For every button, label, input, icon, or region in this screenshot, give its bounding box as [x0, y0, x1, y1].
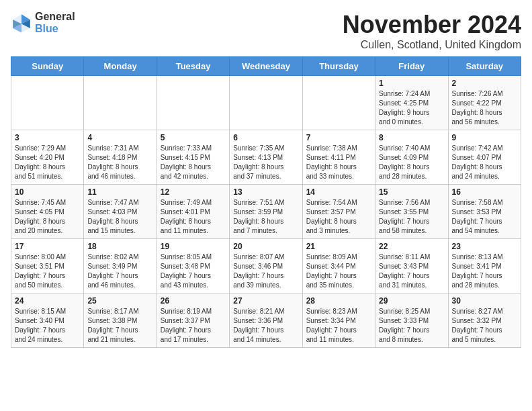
- day-info: Sunrise: 7:49 AM Sunset: 4:01 PM Dayligh…: [161, 198, 226, 236]
- day-number: 22: [379, 242, 444, 251]
- day-info: Sunrise: 7:29 AM Sunset: 4:20 PM Dayligh…: [15, 144, 80, 181]
- day-info: Sunrise: 7:58 AM Sunset: 3:53 PM Dayligh…: [452, 198, 517, 236]
- calendar-cell: 7Sunrise: 7:38 AM Sunset: 4:11 PM Daylig…: [302, 130, 375, 185]
- day-number: 27: [233, 296, 298, 306]
- calendar-table: SundayMondayTuesdayWednesdayThursdayFrid…: [11, 56, 521, 348]
- calendar-cell: 21Sunrise: 8:09 AM Sunset: 3:44 PM Dayli…: [302, 239, 375, 293]
- day-number: 21: [306, 242, 371, 251]
- day-info: Sunrise: 8:19 AM Sunset: 3:37 PM Dayligh…: [161, 307, 226, 345]
- calendar-cell: 23Sunrise: 8:13 AM Sunset: 3:41 PM Dayli…: [448, 239, 521, 293]
- day-info: Sunrise: 8:11 AM Sunset: 3:43 PM Dayligh…: [379, 253, 444, 290]
- day-number: 10: [15, 187, 80, 197]
- weekday-header-tuesday: Tuesday: [157, 57, 229, 76]
- day-number: 7: [306, 133, 371, 142]
- day-number: 9: [452, 133, 517, 142]
- day-info: Sunrise: 8:21 AM Sunset: 3:36 PM Dayligh…: [233, 307, 298, 345]
- calendar-week-4: 17Sunrise: 8:00 AM Sunset: 3:51 PM Dayli…: [11, 239, 521, 293]
- calendar-cell: 18Sunrise: 8:02 AM Sunset: 3:49 PM Dayli…: [84, 239, 157, 293]
- day-info: Sunrise: 8:15 AM Sunset: 3:40 PM Dayligh…: [15, 307, 80, 345]
- day-number: 8: [379, 133, 444, 142]
- day-number: 6: [233, 133, 298, 142]
- day-number: 3: [15, 133, 80, 142]
- calendar-body: 1Sunrise: 7:24 AM Sunset: 4:25 PM Daylig…: [11, 76, 521, 348]
- calendar-cell: 8Sunrise: 7:40 AM Sunset: 4:09 PM Daylig…: [375, 130, 448, 185]
- calendar-cell: 24Sunrise: 8:15 AM Sunset: 3:40 PM Dayli…: [11, 293, 84, 348]
- calendar-header: SundayMondayTuesdayWednesdayThursdayFrid…: [11, 57, 521, 76]
- day-number: 15: [379, 187, 444, 197]
- day-info: Sunrise: 8:25 AM Sunset: 3:33 PM Dayligh…: [379, 307, 444, 345]
- day-number: 1: [379, 79, 444, 88]
- calendar-cell: 13Sunrise: 7:51 AM Sunset: 3:59 PM Dayli…: [230, 185, 302, 239]
- day-number: 12: [161, 187, 226, 197]
- day-number: 17: [15, 242, 80, 251]
- calendar-cell: 16Sunrise: 7:58 AM Sunset: 3:53 PM Dayli…: [448, 185, 521, 239]
- day-info: Sunrise: 7:47 AM Sunset: 4:03 PM Dayligh…: [87, 198, 152, 236]
- calendar-cell: 1Sunrise: 7:24 AM Sunset: 4:25 PM Daylig…: [375, 76, 448, 130]
- calendar-cell: 25Sunrise: 8:17 AM Sunset: 3:38 PM Dayli…: [84, 293, 157, 348]
- calendar-cell: [302, 76, 375, 130]
- location-text: Cullen, Scotland, United Kingdom: [343, 39, 521, 51]
- day-number: 2: [452, 79, 517, 88]
- weekday-header-monday: Monday: [84, 57, 157, 76]
- day-info: Sunrise: 8:23 AM Sunset: 3:34 PM Dayligh…: [306, 307, 371, 345]
- day-info: Sunrise: 8:05 AM Sunset: 3:48 PM Dayligh…: [161, 253, 226, 290]
- day-number: 11: [87, 187, 152, 197]
- weekday-header-thursday: Thursday: [302, 57, 375, 76]
- calendar-cell: 4Sunrise: 7:31 AM Sunset: 4:18 PM Daylig…: [84, 130, 157, 185]
- day-info: Sunrise: 7:26 AM Sunset: 4:22 PM Dayligh…: [452, 89, 517, 127]
- day-info: Sunrise: 8:00 AM Sunset: 3:51 PM Dayligh…: [15, 253, 80, 290]
- calendar-cell: 20Sunrise: 8:07 AM Sunset: 3:46 PM Dayli…: [230, 239, 302, 293]
- day-info: Sunrise: 8:27 AM Sunset: 3:32 PM Dayligh…: [452, 307, 517, 345]
- calendar-cell: 9Sunrise: 7:42 AM Sunset: 4:07 PM Daylig…: [448, 130, 521, 185]
- day-number: 14: [306, 187, 371, 197]
- calendar-cell: 6Sunrise: 7:35 AM Sunset: 4:13 PM Daylig…: [230, 130, 302, 185]
- weekday-header-sunday: Sunday: [11, 57, 84, 76]
- logo: General Blue: [11, 11, 75, 34]
- day-number: 16: [452, 187, 517, 197]
- logo-text: General Blue: [35, 11, 75, 34]
- calendar-cell: [157, 76, 229, 130]
- calendar-week-3: 10Sunrise: 7:45 AM Sunset: 4:05 PM Dayli…: [11, 185, 521, 239]
- calendar-cell: 22Sunrise: 8:11 AM Sunset: 3:43 PM Dayli…: [375, 239, 448, 293]
- day-number: 29: [379, 296, 444, 306]
- calendar-cell: 5Sunrise: 7:33 AM Sunset: 4:15 PM Daylig…: [157, 130, 229, 185]
- day-info: Sunrise: 7:38 AM Sunset: 4:11 PM Dayligh…: [306, 144, 371, 181]
- day-info: Sunrise: 8:02 AM Sunset: 3:49 PM Dayligh…: [87, 253, 152, 290]
- weekday-header-row: SundayMondayTuesdayWednesdayThursdayFrid…: [11, 57, 521, 76]
- day-info: Sunrise: 8:13 AM Sunset: 3:41 PM Dayligh…: [452, 253, 517, 290]
- day-info: Sunrise: 7:33 AM Sunset: 4:15 PM Dayligh…: [161, 144, 226, 181]
- day-info: Sunrise: 7:35 AM Sunset: 4:13 PM Dayligh…: [233, 144, 298, 181]
- calendar-cell: 26Sunrise: 8:19 AM Sunset: 3:37 PM Dayli…: [157, 293, 229, 348]
- day-number: 5: [161, 133, 226, 142]
- calendar-cell: [11, 76, 84, 130]
- month-title: November 2024: [343, 11, 521, 39]
- weekday-header-friday: Friday: [375, 57, 448, 76]
- title-block: November 2024 Cullen, Scotland, United K…: [343, 11, 521, 51]
- calendar-cell: 15Sunrise: 7:56 AM Sunset: 3:55 PM Dayli…: [375, 185, 448, 239]
- day-number: 28: [306, 296, 371, 306]
- day-info: Sunrise: 7:45 AM Sunset: 4:05 PM Dayligh…: [15, 198, 80, 236]
- calendar-cell: 27Sunrise: 8:21 AM Sunset: 3:36 PM Dayli…: [230, 293, 302, 348]
- day-info: Sunrise: 7:54 AM Sunset: 3:57 PM Dayligh…: [306, 198, 371, 236]
- day-info: Sunrise: 7:31 AM Sunset: 4:18 PM Dayligh…: [87, 144, 152, 181]
- day-number: 26: [161, 296, 226, 306]
- calendar-cell: [230, 76, 302, 130]
- page-header: General Blue November 2024 Cullen, Scotl…: [11, 11, 521, 51]
- calendar-week-2: 3Sunrise: 7:29 AM Sunset: 4:20 PM Daylig…: [11, 130, 521, 185]
- logo-icon: [11, 12, 32, 34]
- day-number: 20: [233, 242, 298, 251]
- calendar-cell: 19Sunrise: 8:05 AM Sunset: 3:48 PM Dayli…: [157, 239, 229, 293]
- day-info: Sunrise: 7:42 AM Sunset: 4:07 PM Dayligh…: [452, 144, 517, 181]
- day-info: Sunrise: 7:40 AM Sunset: 4:09 PM Dayligh…: [379, 144, 444, 181]
- day-info: Sunrise: 8:17 AM Sunset: 3:38 PM Dayligh…: [87, 307, 152, 345]
- day-number: 23: [452, 242, 517, 251]
- day-info: Sunrise: 8:07 AM Sunset: 3:46 PM Dayligh…: [233, 253, 298, 290]
- day-info: Sunrise: 7:51 AM Sunset: 3:59 PM Dayligh…: [233, 198, 298, 236]
- calendar-cell: 17Sunrise: 8:00 AM Sunset: 3:51 PM Dayli…: [11, 239, 84, 293]
- day-number: 19: [161, 242, 226, 251]
- weekday-header-saturday: Saturday: [448, 57, 521, 76]
- logo-blue-text: Blue: [35, 23, 75, 35]
- calendar-cell: 29Sunrise: 8:25 AM Sunset: 3:33 PM Dayli…: [375, 293, 448, 348]
- day-number: 4: [87, 133, 152, 142]
- calendar-cell: 11Sunrise: 7:47 AM Sunset: 4:03 PM Dayli…: [84, 185, 157, 239]
